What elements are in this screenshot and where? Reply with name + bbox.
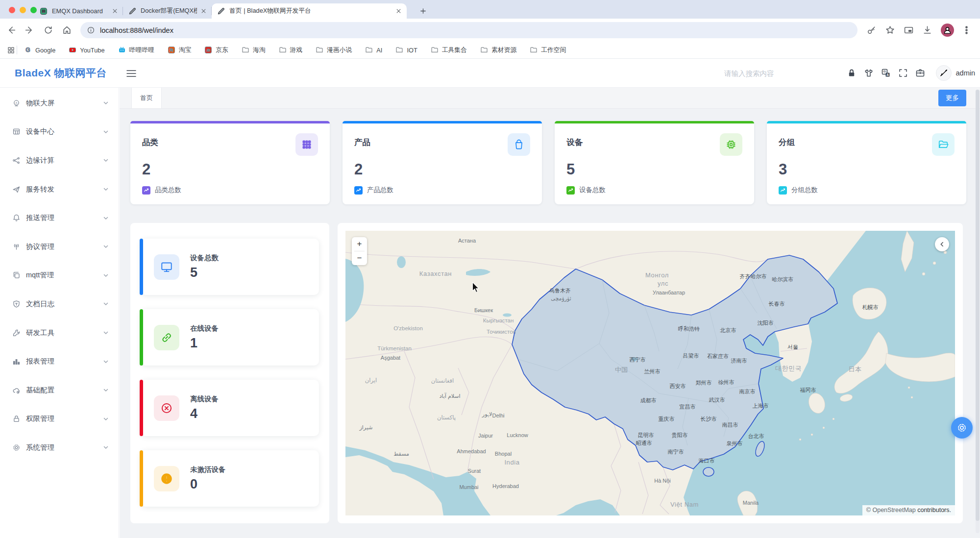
stat-value: 4 <box>190 406 219 421</box>
stat-value: 0 <box>190 477 226 492</box>
tab-close-icon[interactable] <box>200 7 207 15</box>
pip-icon[interactable] <box>904 25 914 35</box>
header-action-buttons: 中A <box>847 68 925 78</box>
lock-filled-icon[interactable] <box>847 68 857 78</box>
bookmark-item[interactable]: 游戏 <box>279 46 303 54</box>
bookmark-label: 哔哩哔哩 <box>129 46 154 54</box>
bookmark-item[interactable]: YouTube <box>69 46 104 54</box>
sidebar-item[interactable]: 研发工具 <box>0 318 119 347</box>
bookmark-item[interactable]: 素材资源 <box>480 46 516 54</box>
trend-icon <box>142 186 150 195</box>
window-close-button[interactable] <box>9 7 15 13</box>
tab-close-icon[interactable] <box>111 7 119 15</box>
back-icon[interactable] <box>6 25 16 35</box>
key-icon[interactable] <box>866 25 877 35</box>
header-search-input[interactable] <box>724 66 842 81</box>
sidebar-item[interactable]: 协议管理 <box>0 232 119 261</box>
page-tab-home[interactable]: 首页 <box>131 88 162 108</box>
bookmark-item[interactable]: 淘 淘宝 <box>168 46 192 54</box>
map-label: улс <box>658 280 668 287</box>
bookmark-label: 漫画小说 <box>327 46 352 54</box>
map-label: 南昌市 <box>722 422 738 428</box>
url-bar[interactable]: localhost:888/wel/index <box>80 22 858 38</box>
sidebar-item[interactable]: A 物联大屏 <box>0 89 119 118</box>
bookmark-item[interactable]: AI <box>365 46 382 54</box>
map-zoom-out-button[interactable]: − <box>352 251 367 265</box>
folder-icon <box>365 46 373 54</box>
map-collapse-button[interactable] <box>935 237 949 251</box>
sidebar-item[interactable]: 服务转发 <box>0 175 119 204</box>
fullscreen-icon[interactable] <box>898 68 908 78</box>
site-info-icon[interactable] <box>87 26 95 34</box>
card-title: 分组 <box>779 137 795 148</box>
browser-menu-button[interactable] <box>961 25 972 35</box>
browser-tab[interactable]: Docker部署(EMQX模式) | Blad <box>123 3 212 19</box>
bookmark-item[interactable]: G Google <box>24 46 55 54</box>
map-label: India <box>504 459 519 466</box>
sidebar-item-label: 文档日志 <box>26 299 103 309</box>
home-icon[interactable] <box>62 25 72 35</box>
forward-icon[interactable] <box>24 25 35 35</box>
page-scrollbar[interactable] <box>976 90 980 533</box>
sidebar-item[interactable]: 权限管理 <box>0 405 119 434</box>
overview-card: 产品 2 产品总数 <box>343 121 542 204</box>
sidebar-item[interactable]: 系统管理 <box>0 433 119 462</box>
bookmark-item[interactable]: JD 京东 <box>204 46 228 54</box>
reload-icon[interactable] <box>43 25 53 35</box>
bookmark-item[interactable]: 工作空间 <box>530 46 566 54</box>
sidebar-item[interactable]: 基础配置 <box>0 376 119 405</box>
more-button[interactable]: 更多 <box>938 90 966 106</box>
map-label: Астана <box>458 238 476 244</box>
apps-grid-button[interactable] <box>7 46 15 54</box>
map-label: Бишкек <box>474 307 493 313</box>
map-label: 贵阳市 <box>672 432 688 438</box>
star-icon[interactable] <box>885 25 895 35</box>
stat-accent-bar <box>140 450 143 507</box>
sidebar-toggle-button[interactable] <box>125 68 137 79</box>
map-zoom-in-button[interactable]: + <box>352 237 367 251</box>
folder-icon <box>480 46 488 54</box>
bookmark-item[interactable]: 漫画小说 <box>316 46 352 54</box>
browser-profile-avatar[interactable] <box>941 24 954 37</box>
stat-label: 未激活设备 <box>190 465 226 474</box>
sidebar-item[interactable]: 边缘计算 <box>0 146 119 175</box>
map-label: Кыргызстан <box>483 318 514 323</box>
tab-close-icon[interactable] <box>395 7 402 15</box>
bookmark-item[interactable]: 海淘 <box>242 46 266 54</box>
tshirt-icon[interactable] <box>864 68 874 78</box>
map-label: 西安市 <box>670 383 686 389</box>
sidebar-item[interactable]: 报表管理 <box>0 347 119 376</box>
window-controls[interactable] <box>9 7 37 13</box>
shield-icon <box>12 300 21 308</box>
brand-logo[interactable]: BladeX 物联网平台 <box>15 66 107 80</box>
trend-icon <box>354 186 363 195</box>
map-label: 齐齐哈尔市 <box>740 273 767 279</box>
new-tab-button[interactable] <box>416 4 430 18</box>
sidebar-item[interactable]: 推送管理 <box>0 203 119 232</box>
map-label: 沈阳市 <box>758 320 774 326</box>
browser-tabs: EMQX Dashboard Docker部署(EMQX模式) | Blad 首… <box>34 3 407 19</box>
scrollbar-thumb[interactable] <box>976 90 980 521</box>
settings-fab[interactable] <box>951 417 973 439</box>
user-menu[interactable]: admin <box>936 65 976 81</box>
map-label: ايران <box>365 377 377 384</box>
browser-tab[interactable]: 首页 | BladeX物联网开发平台 <box>212 3 407 19</box>
chevron-down-icon <box>103 444 109 450</box>
map[interactable]: АстанаКазахстанБишкекКыргызстанO'zbekist… <box>345 231 955 515</box>
download-icon[interactable] <box>922 25 932 35</box>
bookmark-item[interactable]: 工具集合 <box>431 46 467 54</box>
bag-icon <box>508 133 530 156</box>
osm-link[interactable]: OpenStreetMap <box>872 507 915 514</box>
bookmark-item[interactable]: IOT <box>395 46 417 54</box>
browser-tab[interactable]: EMQX Dashboard <box>34 3 123 19</box>
window-minimize-button[interactable] <box>20 7 26 13</box>
bookmark-item[interactable]: 哔哩哔哩 <box>118 46 154 54</box>
translate-icon[interactable]: 中A <box>881 68 891 78</box>
map-label: 日本 <box>848 366 861 373</box>
sidebar-item[interactable]: mqtt管理 <box>0 261 119 290</box>
sidebar-item[interactable]: 文档日志 <box>0 290 119 318</box>
map-label: Точикистон <box>487 329 516 335</box>
map-label: Türkmenistan <box>377 345 412 351</box>
toolbox-icon[interactable] <box>915 68 925 78</box>
sidebar-item[interactable]: 设备中心 <box>0 118 119 147</box>
